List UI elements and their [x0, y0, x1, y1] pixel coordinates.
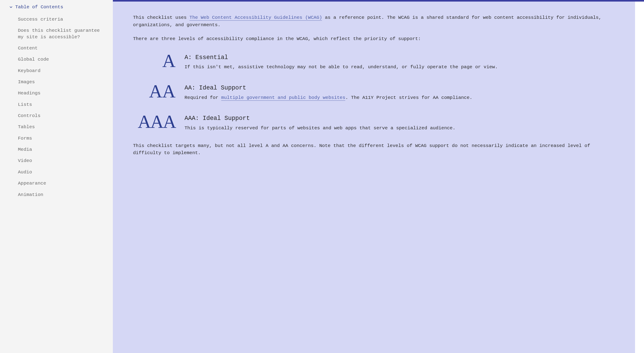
- gov-websites-link[interactable]: multiple government and public body webs…: [221, 95, 346, 101]
- level-aaa-badge: AAA: [133, 114, 176, 129]
- level-aaa-title: AAA: Ideal Support: [184, 114, 615, 123]
- level-aa-title: AA: Ideal Support: [184, 83, 615, 93]
- level-aaa-body: AAA: Ideal Support This is typically res…: [182, 114, 615, 132]
- outro-paragraph: This checklist targets many, but not all…: [133, 142, 615, 157]
- toc-item: Appearance: [18, 180, 104, 187]
- toc-link-audio[interactable]: Audio: [18, 169, 104, 175]
- toc-link-lists[interactable]: Lists: [18, 102, 104, 108]
- chevron-down-icon: [9, 5, 13, 9]
- page-root: Table of Contents Success criteria Does …: [0, 0, 644, 353]
- level-aaa-row: AAA AAA: Ideal Support This is typically…: [133, 114, 615, 132]
- level-aa-desc: Required for multiple government and pub…: [184, 94, 615, 102]
- toc-link-video[interactable]: Video: [18, 158, 104, 164]
- top-accent-bar: [113, 0, 644, 1]
- main: This checklist uses The Web Content Acce…: [113, 0, 644, 353]
- toc-link-keyboard[interactable]: Keyboard: [18, 68, 104, 74]
- toc-link-animation[interactable]: Animation: [18, 192, 104, 198]
- toc-link-content[interactable]: Content: [18, 45, 104, 51]
- level-a-desc-text: If this isn't met, assistive technology …: [184, 64, 498, 69]
- toc-link-tables[interactable]: Tables: [18, 124, 104, 130]
- intro-paragraph-1: This checklist uses The Web Content Acce…: [133, 14, 615, 29]
- toc-link-controls[interactable]: Controls: [18, 113, 104, 119]
- toc-item: Audio: [18, 169, 104, 175]
- sidebar: Table of Contents Success criteria Does …: [0, 0, 113, 353]
- toc-item: Tables: [18, 124, 104, 130]
- toc-item: Success criteria: [18, 16, 104, 22]
- toc-item: Does this checklist guarantee my site is…: [18, 27, 104, 40]
- toc-link-global-code[interactable]: Global code: [18, 56, 104, 63]
- toc-link-appearance[interactable]: Appearance: [18, 180, 104, 187]
- toc-item: Headings: [18, 90, 104, 96]
- level-a-title: A: Essential: [184, 53, 615, 62]
- intro-paragraph-2: There are three levels of accessibility …: [133, 35, 615, 43]
- intro-p1-pre: This checklist uses: [133, 15, 190, 20]
- toc-link-guarantee[interactable]: Does this checklist guarantee my site is…: [18, 27, 104, 40]
- toc-item: Content: [18, 45, 104, 51]
- toc-item: Lists: [18, 102, 104, 108]
- toc-link-images[interactable]: Images: [18, 79, 104, 85]
- toc-item: Animation: [18, 192, 104, 198]
- toc-link-success-criteria[interactable]: Success criteria: [18, 16, 104, 22]
- toc-link-headings[interactable]: Headings: [18, 90, 104, 96]
- content-panel: This checklist uses The Web Content Acce…: [113, 1, 635, 353]
- level-aa-desc-post: . The A11Y Project strives for AA compli…: [345, 95, 472, 100]
- level-aaa-desc-text: This is typically reserved for parts of …: [184, 125, 456, 131]
- toc-link-forms[interactable]: Forms: [18, 135, 104, 142]
- toc-item: Images: [18, 79, 104, 85]
- toc-item: Controls: [18, 113, 104, 119]
- toc-item: Forms: [18, 135, 104, 142]
- level-aa-row: AA AA: Ideal Support Required for multip…: [133, 83, 615, 101]
- levels-list: A A: Essential If this isn't met, assist…: [133, 53, 615, 132]
- level-a-badge: A: [133, 53, 176, 69]
- level-aa-desc-pre: Required for: [184, 95, 221, 100]
- level-aaa-desc: This is typically reserved for parts of …: [184, 125, 615, 132]
- toc-item: Media: [18, 147, 104, 153]
- level-aa-body: AA: Ideal Support Required for multiple …: [182, 83, 615, 101]
- toc-list: Success criteria Does this checklist gua…: [9, 16, 104, 198]
- toc-title: Table of Contents: [15, 4, 63, 10]
- level-aa-badge: AA: [133, 83, 176, 99]
- toc-toggle[interactable]: Table of Contents: [9, 4, 104, 10]
- toc-item: Video: [18, 158, 104, 164]
- level-a-row: A A: Essential If this isn't met, assist…: [133, 53, 615, 71]
- toc-item: Keyboard: [18, 68, 104, 74]
- level-a-desc: If this isn't met, assistive technology …: [184, 63, 615, 71]
- wcag-link[interactable]: The Web Content Accessibility Guidelines…: [190, 15, 322, 20]
- level-a-body: A: Essential If this isn't met, assistiv…: [182, 53, 615, 71]
- toc-link-media[interactable]: Media: [18, 147, 104, 153]
- toc-item: Global code: [18, 56, 104, 63]
